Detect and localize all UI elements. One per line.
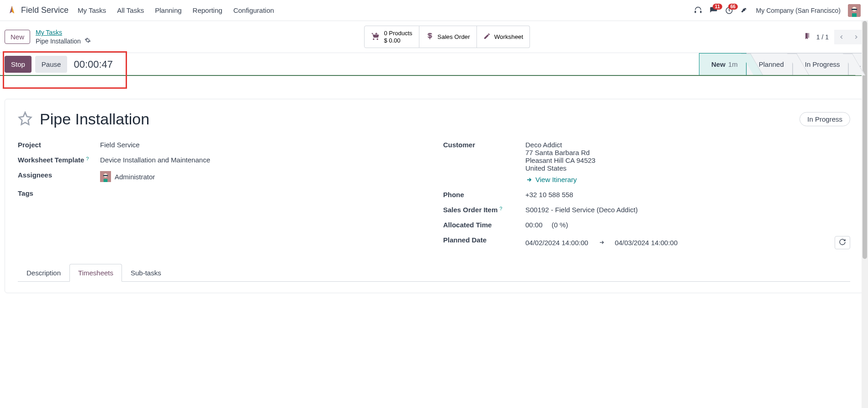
menu-planning[interactable]: Planning (155, 6, 181, 14)
form-sheet: Pipe Installation In Progress Project Fi… (5, 99, 863, 293)
value-planned-date[interactable]: 04/02/2024 14:00:00 04/03/2024 14:00:00 (525, 236, 850, 249)
menu-all-tasks[interactable]: All Tasks (117, 6, 144, 14)
bookmark-icon[interactable] (804, 32, 811, 42)
status-bar: Stop Pause 00:00:47 New 1m Planned In Pr… (0, 53, 868, 76)
stat-buttons: 0 Products $ 0.00 Sales Order Worksheet (364, 26, 530, 48)
pencil-icon (483, 32, 491, 41)
activities-badge: 66 (728, 4, 738, 10)
value-tags[interactable] (100, 189, 425, 197)
value-sales-order-item[interactable]: S00192 - Field Service (Deco Addict) (525, 206, 850, 214)
tools-icon[interactable] (741, 6, 749, 15)
view-itinerary-link[interactable]: View Itinerary (525, 176, 850, 183)
breadcrumb-current: Pipe Installation (36, 38, 81, 45)
products-amount: $ 0.00 (384, 37, 412, 44)
status-pill[interactable]: In Progress (799, 112, 850, 126)
tab-description[interactable]: Description (18, 264, 69, 281)
arrow-right-icon (525, 177, 533, 183)
form-area: Pipe Installation In Progress Project Fi… (0, 76, 868, 298)
label-phone: Phone (443, 191, 525, 199)
activities-icon[interactable]: 66 (725, 6, 733, 15)
stage-new[interactable]: New 1m (699, 53, 746, 75)
products-count: 0 Products (384, 30, 412, 37)
control-bar: New My Tasks Pipe Installation 0 Product… (0, 21, 868, 51)
pager: 1 / 1 (804, 30, 863, 44)
scrollbar-thumb[interactable] (863, 21, 867, 259)
assignee-name: Administrator (115, 173, 155, 181)
cart-plus-icon (371, 32, 380, 42)
sales-order-button[interactable]: Sales Order (419, 26, 477, 48)
voip-icon[interactable] (694, 6, 702, 15)
refresh-icon (839, 238, 846, 246)
top-nav: Field Service My Tasks All Tasks Plannin… (0, 0, 868, 21)
stage-selector: New 1m Planned In Progress ... (699, 53, 868, 75)
value-allocated-time[interactable]: 00:00 (0 %) (525, 221, 850, 229)
tab-subtasks[interactable]: Sub-tasks (122, 264, 170, 281)
gear-icon[interactable] (85, 37, 91, 45)
svg-rect-1 (700, 11, 701, 12)
help-icon[interactable]: ? (499, 206, 502, 211)
dollar-icon (426, 32, 434, 42)
assignee-avatar-icon (100, 171, 111, 182)
record-title[interactable]: Pipe Installation (40, 110, 792, 128)
worksheet-label: Worksheet (494, 33, 523, 40)
sales-order-label: Sales Order (438, 33, 470, 40)
progress-line (0, 75, 868, 76)
label-assignees: Assignees (18, 171, 100, 182)
user-avatar[interactable] (848, 4, 861, 17)
value-phone[interactable]: +32 10 588 558 (525, 191, 850, 199)
breadcrumb-parent[interactable]: My Tasks (36, 29, 91, 36)
label-project: Project (18, 141, 100, 149)
form-left-column: Project Field Service Worksheet Template… (18, 137, 425, 253)
svg-rect-10 (104, 179, 108, 182)
value-worksheet-template[interactable]: Device Installation and Maintenance (100, 156, 425, 164)
tab-timesheets[interactable]: Timesheets (69, 264, 122, 282)
app-logo-icon (7, 5, 16, 16)
label-planned-date: Planned Date (443, 236, 525, 249)
value-project[interactable]: Field Service (100, 141, 425, 149)
value-assignees[interactable]: Administrator (100, 171, 425, 182)
breadcrumb: My Tasks Pipe Installation (36, 29, 91, 45)
help-icon[interactable]: ? (86, 156, 89, 161)
svg-rect-5 (852, 9, 857, 10)
label-worksheet-template: Worksheet Template? (18, 156, 100, 164)
label-allocated-time: Allocated Time (443, 221, 525, 229)
new-button[interactable]: New (5, 30, 30, 44)
label-tags: Tags (18, 189, 100, 197)
messages-badge: 11 (713, 4, 722, 10)
menu-configuration[interactable]: Configuration (233, 6, 274, 14)
pause-button[interactable]: Pause (35, 56, 68, 73)
svg-rect-6 (852, 13, 857, 17)
menu-my-tasks[interactable]: My Tasks (78, 6, 106, 14)
svg-rect-9 (103, 175, 108, 177)
timer-display: 00:00:47 (74, 59, 113, 70)
refresh-button[interactable] (835, 236, 850, 249)
label-sales-order-item: Sales Order Item? (443, 206, 525, 214)
stop-button[interactable]: Stop (5, 56, 32, 73)
label-customer: Customer (443, 141, 525, 183)
form-tabs: Description Timesheets Sub-tasks (18, 264, 850, 282)
main-menu: My Tasks All Tasks Planning Reporting Co… (78, 6, 274, 14)
pager-prev-button[interactable] (834, 30, 849, 44)
messages-icon[interactable]: 11 (709, 6, 718, 15)
scrollbar[interactable] (862, 21, 868, 298)
menu-reporting[interactable]: Reporting (193, 6, 222, 14)
app-title[interactable]: Field Service (21, 5, 69, 15)
worksheet-button[interactable]: Worksheet (477, 26, 530, 48)
arrow-right-icon (598, 239, 606, 247)
products-button[interactable]: 0 Products $ 0.00 (364, 26, 419, 48)
company-selector[interactable]: My Company (San Francisco) (756, 7, 841, 14)
form-right-column: Customer Deco Addict 77 Santa Barbara Rd… (443, 137, 850, 253)
svg-rect-0 (695, 11, 696, 12)
value-customer[interactable]: Deco Addict 77 Santa Barbara Rd Pleasant… (525, 141, 850, 183)
favorite-star-icon[interactable] (18, 111, 32, 127)
page-info: 1 / 1 (816, 33, 829, 41)
